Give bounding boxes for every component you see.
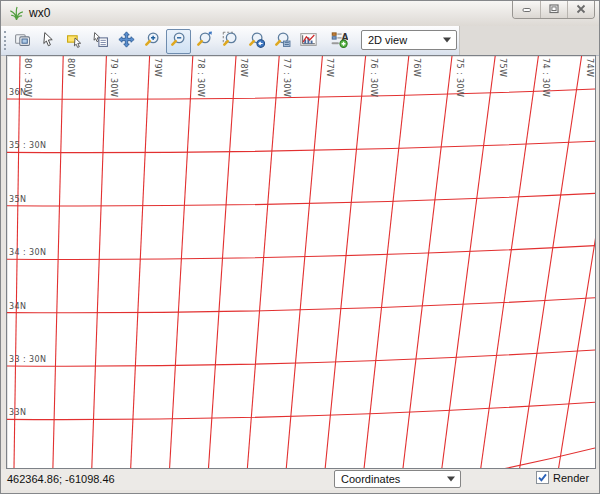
- meridian-label: 77W: [325, 58, 334, 77]
- pan-button[interactable]: [114, 29, 139, 54]
- previous-zoom-button[interactable]: [244, 29, 269, 54]
- map-canvas[interactable]: 80 : 30W80W79 : 30W79W78 : 30W78W77 : 30…: [6, 55, 596, 469]
- render-control: Render: [536, 471, 589, 484]
- meridian-line: [92, 56, 107, 468]
- close-icon: [576, 2, 586, 17]
- window-title: wx0: [29, 6, 50, 20]
- statusbar-mode-value: Coordinates: [341, 473, 400, 485]
- overlay-icon: A: [331, 31, 348, 51]
- maximize-button[interactable]: [540, 1, 567, 18]
- meridian-line: [170, 56, 193, 468]
- select-features-button[interactable]: [62, 29, 87, 54]
- meridian-line: [14, 56, 20, 468]
- chevron-down-icon: [443, 38, 451, 43]
- zoom-region-icon: [222, 31, 239, 51]
- pointer-icon: [40, 31, 57, 51]
- meridian-label: 77 : 30W: [282, 58, 291, 97]
- rerender-display-button[interactable]: [10, 29, 35, 54]
- statusbar-mode-dropdown[interactable]: Coordinates: [334, 470, 461, 488]
- view-mode-dropdown[interactable]: 2D view: [361, 30, 457, 50]
- meridian-line: [131, 56, 150, 468]
- meridian-line: [442, 56, 495, 468]
- select-icon: [66, 31, 83, 51]
- window-controls: [512, 1, 595, 19]
- meridian-line: [53, 56, 63, 468]
- zoom-out-icon: [170, 31, 187, 51]
- pointer-button[interactable]: [36, 29, 61, 54]
- view-mode-value: 2D view: [368, 34, 407, 46]
- meridian-label: 74W: [585, 58, 594, 77]
- render-label: Render: [553, 472, 589, 484]
- close-button[interactable]: [567, 1, 594, 18]
- meridian-line: [209, 56, 237, 468]
- zoom-in-icon: [144, 31, 161, 51]
- minimize-icon: [522, 2, 532, 17]
- toolbar-grip[interactable]: [4, 31, 8, 50]
- zoom-menu-icon: [274, 31, 291, 51]
- parallel-label: 33 : 30N: [9, 355, 46, 364]
- query-button[interactable]: [88, 29, 113, 54]
- pan-icon: [118, 31, 135, 51]
- map-toolbar: A 2D view: [1, 26, 459, 56]
- parallel-label: 34N: [9, 302, 26, 311]
- parallel-line: [7, 141, 595, 152]
- zoom-back-icon: [248, 31, 265, 51]
- maximize-icon: [549, 2, 559, 17]
- zoom-to-region-button[interactable]: [218, 29, 243, 54]
- meridian-line: [325, 56, 365, 468]
- parallel-line: [7, 246, 595, 260]
- toolbar-filler-panel: [459, 26, 599, 56]
- window-bottom-frame: [1, 490, 599, 494]
- analyze-map-button[interactable]: [296, 29, 321, 54]
- minimize-button[interactable]: [513, 1, 540, 18]
- meridian-label: 78W: [239, 58, 248, 77]
- parallel-line: [7, 448, 595, 468]
- add-map-elements-button[interactable]: A: [327, 29, 352, 54]
- parallel-line: [7, 193, 595, 206]
- meridian-label: 79 : 30W: [109, 58, 118, 97]
- meridian-label: 78 : 30W: [196, 58, 205, 97]
- meridian-label: 74 : 30W: [541, 58, 550, 97]
- titlebar[interactable]: wx0: [1, 1, 599, 26]
- rerender-icon: [14, 31, 31, 51]
- parallel-label: 35 : 30N: [9, 141, 46, 150]
- parallel-label: 35N: [9, 195, 26, 204]
- toolbar-buttons: A: [10, 28, 384, 54]
- meridian-line: [559, 56, 595, 468]
- render-checkbox[interactable]: [536, 471, 549, 484]
- meridian-line: [364, 56, 409, 468]
- zoom-extent-icon: [196, 31, 213, 51]
- map-display-window: wx0 A 2D view 80 : 30W80W79 : 30W79W78 :…: [0, 0, 600, 494]
- statusbar: 462364.86; -61098.46 Coordinates Render: [1, 469, 599, 490]
- check-icon: [537, 472, 548, 483]
- coordinate-readout: 462364.86; -61098.46: [7, 473, 115, 485]
- query-icon: [92, 31, 109, 51]
- chevron-down-icon: [447, 477, 455, 482]
- parallel-label: 33N: [9, 408, 26, 417]
- parallel-line: [7, 89, 595, 99]
- zoom-to-map-extent-button[interactable]: [192, 29, 217, 54]
- zoom-options-button[interactable]: [270, 29, 295, 54]
- meridian-label: 80W: [66, 58, 75, 77]
- meridian-label: 75W: [498, 58, 507, 77]
- meridian-label: 79W: [153, 58, 162, 77]
- meridian-line: [247, 56, 279, 468]
- meridian-label: 76 : 30W: [369, 58, 378, 97]
- graticule-grid: [7, 56, 595, 468]
- zoom-out-button[interactable]: [166, 29, 191, 54]
- grass-app-icon: [8, 5, 25, 22]
- parallel-label: 34 : 30N: [9, 248, 46, 257]
- parallel-label: 36N: [9, 88, 26, 97]
- parallel-line: [7, 402, 595, 419]
- meridian-line: [286, 56, 322, 468]
- meridian-label: 76W: [412, 58, 421, 77]
- meridian-line: [403, 56, 452, 468]
- zoom-in-button[interactable]: [140, 29, 165, 54]
- analyze-icon: [300, 31, 317, 51]
- meridian-label: 75 : 30W: [455, 58, 464, 97]
